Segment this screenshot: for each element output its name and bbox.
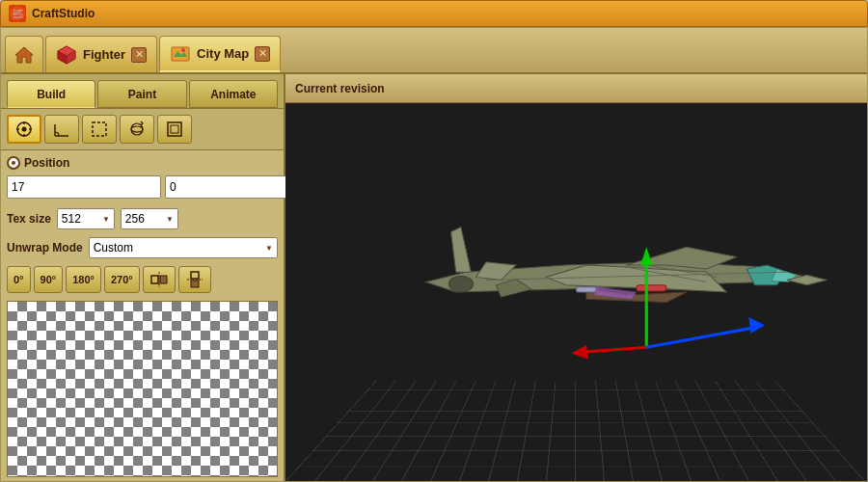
svg-rect-41 — [637, 285, 666, 291]
fighter-plane-3d — [285, 103, 867, 481]
main-window: Fighter ✕ City Map ✕ Build P — [0, 27, 868, 482]
svg-rect-22 — [160, 276, 167, 283]
resize-icon — [166, 120, 183, 138]
tab-citymap-close[interactable]: ✕ — [255, 46, 270, 62]
viewport-canvas[interactable] — [285, 103, 867, 481]
coord-inputs — [7, 175, 278, 199]
toolbar-tabs: Build Paint Animate — [1, 74, 284, 109]
tab-fighter-label: Fighter — [83, 47, 125, 62]
svg-rect-25 — [191, 281, 199, 287]
svg-rect-24 — [191, 272, 199, 279]
rot180-btn[interactable]: 180° — [66, 266, 101, 293]
rot0-btn[interactable]: 0° — [7, 266, 31, 293]
fighter-tab-icon — [56, 44, 77, 66]
sym-v-btn[interactable] — [178, 266, 211, 293]
sym-h-icon — [149, 270, 169, 289]
tab-citymap[interactable]: City Map ✕ — [159, 36, 281, 72]
tab-home[interactable] — [5, 36, 43, 72]
texsize-dropdown2[interactable]: 256 ▼ — [121, 208, 178, 229]
dropdown1-arrow: ▼ — [102, 215, 110, 224]
svg-rect-20 — [171, 125, 178, 133]
position-icon — [7, 156, 20, 170]
position-label: Position — [7, 156, 278, 170]
tool-angle[interactable] — [44, 115, 79, 144]
select-icon — [15, 120, 33, 138]
svg-point-18 — [131, 126, 143, 132]
sym-v-icon — [185, 270, 204, 289]
svg-rect-42 — [577, 287, 597, 292]
unwrap-section: Unwrap Mode Custom ▼ — [1, 233, 284, 262]
svg-line-47 — [582, 347, 647, 352]
svg-marker-46 — [748, 317, 765, 334]
tab-fighter-close[interactable]: ✕ — [131, 47, 147, 63]
unwrap-mode-dropdown[interactable]: Custom ▼ — [89, 237, 278, 258]
tool-resize[interactable] — [157, 115, 192, 144]
tabbar: Fighter ✕ City Map ✕ — [1, 28, 867, 74]
texsize-dropdown1[interactable]: 512 ▼ — [57, 208, 115, 229]
titlebar: 🧱 CraftStudio — [0, 0, 868, 27]
dropdown2-arrow: ▼ — [166, 215, 174, 224]
svg-rect-21 — [151, 276, 158, 283]
position-section: Position — [1, 150, 284, 204]
rotate3d-icon — [128, 120, 146, 138]
texsize-section: Tex size 512 ▼ 256 ▼ — [1, 204, 284, 233]
svg-marker-33 — [451, 227, 472, 272]
tab-citymap-label: City Map — [197, 46, 249, 61]
tab-paint[interactable]: Paint — [97, 80, 186, 108]
svg-point-9 — [22, 127, 27, 132]
svg-marker-48 — [571, 345, 588, 360]
app-title: CraftStudio — [32, 7, 95, 20]
unwrap-arrow: ▼ — [265, 244, 273, 253]
home-icon — [14, 44, 35, 66]
left-panel: Build Paint Animate — [1, 74, 285, 481]
texsize-label: Tex size — [7, 212, 51, 226]
position-x[interactable] — [7, 175, 161, 199]
svg-line-45 — [646, 327, 756, 347]
tab-build[interactable]: Build — [7, 80, 95, 108]
viewport-header: Current revision — [285, 74, 867, 103]
content-area: Build Paint Animate — [1, 74, 867, 481]
viewport-title: Current revision — [295, 82, 385, 95]
tool-box-select[interactable] — [82, 115, 117, 144]
angle-icon — [53, 120, 70, 138]
svg-point-39 — [448, 276, 473, 292]
tool-rotate3d[interactable] — [120, 115, 154, 144]
unwrap-label: Unwrap Mode — [7, 241, 83, 254]
tool-select[interactable] — [7, 115, 41, 144]
svg-point-7 — [181, 48, 185, 52]
svg-marker-0 — [15, 47, 33, 63]
svg-rect-19 — [168, 122, 181, 136]
citymap-tab-icon — [170, 43, 191, 65]
svg-rect-16 — [93, 122, 106, 136]
viewport: Current revision — [285, 74, 867, 481]
rotation-section: 0° 90° 180° 270° — [1, 262, 284, 297]
tab-fighter[interactable]: Fighter ✕ — [45, 36, 157, 72]
tool-icons-row — [1, 109, 284, 150]
texture-preview — [7, 301, 278, 477]
app-icon: 🧱 — [9, 5, 26, 22]
rot90-btn[interactable]: 90° — [34, 266, 64, 293]
tab-animate[interactable]: Animate — [189, 80, 278, 108]
svg-marker-44 — [640, 247, 652, 265]
box-select-icon — [91, 120, 108, 138]
rot270-btn[interactable]: 270° — [104, 266, 140, 293]
sym-h-btn[interactable] — [143, 266, 176, 293]
